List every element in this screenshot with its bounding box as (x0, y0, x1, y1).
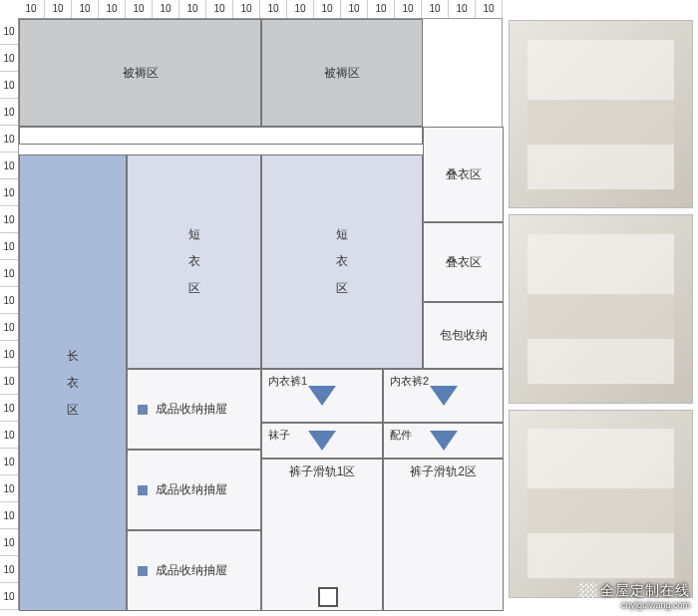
triangle-down-icon (308, 431, 336, 451)
zone-underwear-2: 内衣裤2 (383, 369, 504, 423)
ruler-tick: 10 (368, 0, 395, 18)
ruler-tick: 10 (341, 0, 368, 18)
ruler-tick: 10 (314, 0, 341, 18)
zone-quilt-1: 被褥区 (19, 19, 261, 127)
drawer2-label: 成品收纳抽屉 (156, 481, 227, 498)
zone-drawer-2: 成品收纳抽屉 (127, 450, 261, 530)
ruler-top: 101010101010101010101010101010101010 (18, 0, 503, 18)
ruler-tick: 10 (0, 368, 18, 395)
ruler-tick: 10 (0, 395, 18, 422)
ruler-tick: 10 (206, 0, 233, 18)
triangle-down-icon (430, 386, 458, 406)
ruler-tick: 10 (0, 502, 18, 529)
small-marker-box (318, 587, 338, 607)
ruler-tick: 10 (422, 0, 449, 18)
sock-label: 袜子 (268, 428, 290, 443)
ruler-tick: 10 (126, 0, 153, 18)
zone-long-clothes: 长衣区 (19, 154, 127, 611)
zone-short1-label: 短衣区 (188, 226, 200, 297)
ruler-tick: 10 (153, 0, 179, 18)
ruler-left: 1010101010101010101010101010101010101010… (0, 18, 18, 610)
ruler-tick: 10 (0, 422, 18, 449)
ruler-tick: 10 (0, 18, 18, 45)
wardrobe-layout-container: 101010101010101010101010101010101010 101… (0, 0, 509, 616)
zone-short-clothes-2: 短衣区 (261, 154, 423, 369)
zone-socks: 袜子 (261, 423, 383, 459)
zone-short-clothes-1: 短衣区 (127, 154, 261, 369)
ruler-tick: 10 (45, 0, 72, 18)
zone-fold-1: 叠衣区 (423, 127, 504, 222)
zone-accessories: 配件 (383, 423, 504, 459)
ruler-tick: 10 (0, 179, 18, 206)
ruler-tick: 10 (0, 556, 18, 583)
zone-bag: 包包收纳 (423, 302, 504, 369)
ruler-tick: 10 (0, 206, 18, 233)
zone-underwear-1: 内衣裤1 (261, 369, 383, 423)
drawer-handle-icon (138, 485, 148, 495)
photo-hanger-rack (509, 214, 693, 403)
watermark-url: cnyiguiwang.com (621, 600, 690, 610)
ruler-tick: 10 (72, 0, 99, 18)
drawer3-label: 成品收纳抽屉 (156, 562, 227, 579)
acc-label: 配件 (390, 428, 412, 443)
rail1-label: 裤子滑轨1区 (262, 463, 382, 480)
triangle-down-icon (308, 386, 336, 406)
ruler-tick: 10 (233, 0, 260, 18)
zone-pants-rail-2: 裤子滑轨2区 (383, 459, 504, 611)
ruler-tick: 10 (0, 99, 18, 126)
zone-short2-label: 短衣区 (336, 226, 348, 297)
ruler-tick: 10 (287, 0, 314, 18)
reference-photos (509, 20, 693, 598)
rail2-label: 裤子滑轨2区 (384, 463, 503, 480)
photo-pants-rail (509, 410, 693, 598)
ruler-tick: 10 (0, 449, 18, 475)
ruler-tick: 10 (18, 0, 45, 18)
drawer-handle-icon (138, 566, 148, 576)
zone-gap (19, 127, 423, 145)
photo-storage-box (509, 20, 693, 208)
ruler-tick: 10 (0, 72, 18, 99)
under1-label: 内衣裤1 (268, 374, 307, 389)
zone-drawer-1: 成品收纳抽屉 (127, 369, 261, 450)
ruler-tick: 10 (0, 583, 18, 610)
wardrobe-layout: 被褥区 被褥区 长衣区 短衣区 短衣区 叠衣区 叠衣区 包包收纳 成品收纳抽屉 … (18, 18, 503, 610)
ruler-tick: 10 (0, 153, 18, 179)
ruler-tick: 10 (0, 529, 18, 556)
watermark-brand: 全屋定制在线 (600, 582, 690, 598)
under2-label: 内衣裤2 (390, 374, 429, 389)
ruler-tick: 10 (395, 0, 422, 18)
ruler-tick: 10 (0, 475, 18, 502)
ruler-tick: 10 (179, 0, 206, 18)
ruler-tick: 10 (0, 287, 18, 314)
ruler-tick: 10 (0, 45, 18, 72)
zone-fold-2: 叠衣区 (423, 222, 504, 302)
triangle-down-icon (430, 431, 458, 451)
ruler-tick: 10 (476, 0, 503, 18)
watermark-logo-icon (578, 582, 596, 600)
watermark: 全屋定制在线 cnyiguiwang.com (578, 582, 690, 610)
ruler-tick: 10 (0, 341, 18, 368)
zone-long-label: 长衣区 (67, 348, 79, 419)
ruler-tick: 10 (0, 126, 18, 153)
drawer1-label: 成品收纳抽屉 (156, 401, 227, 418)
ruler-tick: 10 (0, 233, 18, 260)
zone-quilt-2: 被褥区 (261, 19, 423, 127)
zone-drawer-3: 成品收纳抽屉 (127, 530, 261, 611)
ruler-tick: 10 (99, 0, 126, 18)
ruler-tick: 10 (260, 0, 287, 18)
ruler-tick: 10 (0, 314, 18, 341)
ruler-tick: 10 (0, 260, 18, 287)
ruler-tick: 10 (449, 0, 476, 18)
drawer-handle-icon (138, 405, 148, 415)
